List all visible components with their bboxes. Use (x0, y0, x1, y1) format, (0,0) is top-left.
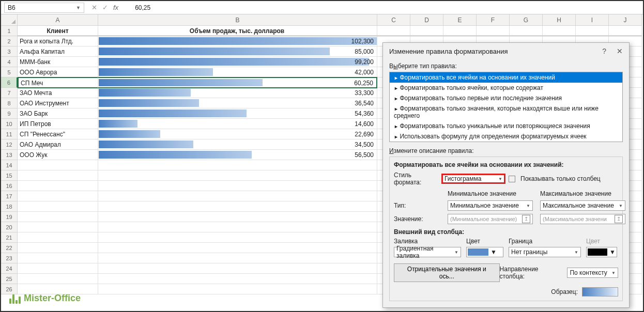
column-header-B[interactable]: B (98, 14, 377, 26)
row-header-3[interactable]: 3 (1, 46, 18, 57)
cell-B23[interactable] (98, 253, 377, 263)
cell-B5[interactable]: 42,000 (98, 67, 377, 77)
cell-H1[interactable] (543, 26, 576, 36)
row-header-12[interactable]: 12 (1, 139, 18, 150)
row-header-25[interactable]: 25 (1, 274, 18, 284)
select-all-corner[interactable] (1, 14, 18, 26)
cell-A19[interactable] (18, 212, 98, 222)
cell-G1[interactable] (510, 26, 543, 36)
cell-A14[interactable] (18, 160, 98, 170)
cell-B6[interactable]: 60,250 (98, 77, 377, 88)
row-header-4[interactable]: 4 (1, 57, 18, 67)
rule-type-item[interactable]: Форматировать только уникальные или повт… (390, 121, 622, 131)
bar-direction-combo[interactable]: По контексту▼ (567, 268, 618, 278)
cell-B13[interactable]: 56,500 (98, 150, 377, 160)
cell-A15[interactable] (18, 170, 98, 181)
row-header-13[interactable]: 13 (1, 150, 18, 160)
row-header-10[interactable]: 10 (1, 119, 18, 129)
cell-A13[interactable]: ООО Жук (18, 150, 98, 160)
border-type-combo[interactable]: Нет границы▼ (509, 247, 581, 257)
cell-F1[interactable] (477, 26, 510, 36)
cell-A8[interactable]: ОАО Инструмент (18, 98, 98, 108)
cell-B17[interactable] (98, 191, 377, 201)
cell-B12[interactable]: 34,500 (98, 139, 377, 150)
cell-I1[interactable] (576, 26, 609, 36)
row-header-2[interactable]: 2 (1, 36, 18, 46)
row-header-17[interactable]: 17 (1, 191, 18, 201)
format-style-combo[interactable]: Гистограмма▼ (441, 174, 505, 184)
row-header-9[interactable]: 9 (1, 108, 18, 119)
cell-B16[interactable] (98, 181, 377, 191)
rule-type-item[interactable]: Форматировать только значения, которые н… (390, 103, 622, 121)
row-header-5[interactable]: 5 (1, 67, 18, 77)
cancel-icon[interactable]: ✕ (91, 4, 97, 11)
row-header-24[interactable]: 24 (1, 263, 18, 274)
cell-B21[interactable] (98, 232, 377, 243)
rule-type-list[interactable]: Форматировать все ячейки на основании их… (389, 72, 623, 142)
cell-B4[interactable]: 99,200 (98, 57, 377, 67)
rule-type-item[interactable]: Форматировать все ячейки на основании их… (390, 72, 622, 83)
name-box[interactable]: B6 ▼ (4, 3, 84, 13)
column-header-D[interactable]: D (410, 14, 443, 26)
row-header-14[interactable]: 14 (1, 160, 18, 170)
cell-B10[interactable]: 14,600 (98, 119, 377, 129)
max-type-combo[interactable]: Максимальное значение▼ (540, 200, 625, 211)
cell-A12[interactable]: ОАО Адмирал (18, 139, 98, 150)
enter-icon[interactable]: ✓ (102, 4, 108, 11)
cell-B14[interactable] (98, 160, 377, 170)
cell-A16[interactable] (18, 181, 98, 191)
column-header-C[interactable]: C (377, 14, 410, 26)
cell-B2[interactable]: 102,300 (98, 36, 377, 46)
row-header-23[interactable]: 23 (1, 253, 18, 263)
row-header-20[interactable]: 20 (1, 222, 18, 232)
cell-B11[interactable]: 22,690 (98, 129, 377, 139)
help-icon[interactable]: ? (602, 47, 606, 55)
show-bar-only-checkbox[interactable] (509, 176, 515, 182)
name-box-dropdown-icon[interactable]: ▼ (76, 5, 81, 10)
cell-A17[interactable] (18, 191, 98, 201)
formula-bar-value[interactable]: 60,25 (131, 4, 150, 11)
row-header-11[interactable]: 11 (1, 129, 18, 139)
cell-A11[interactable]: СП "Ренессанс" (18, 129, 98, 139)
cell-A6[interactable]: СП Меч (18, 77, 98, 88)
cell-J1[interactable] (609, 26, 642, 36)
cell-B25[interactable] (98, 274, 377, 284)
border-color-picker[interactable]: ▼ (586, 247, 617, 257)
cell-E1[interactable] (443, 26, 477, 36)
column-header-J[interactable]: J (609, 14, 642, 26)
cell-D1[interactable] (410, 26, 443, 36)
column-header-I[interactable]: I (576, 14, 609, 26)
row-header-7[interactable]: 7 (1, 88, 18, 98)
row-header-16[interactable]: 16 (1, 181, 18, 191)
fx-icon[interactable]: fx (113, 4, 124, 11)
row-header-18[interactable]: 18 (1, 201, 18, 212)
cell-B7[interactable]: 33,300 (98, 88, 377, 98)
cell-A20[interactable] (18, 222, 98, 232)
cell-A24[interactable] (18, 263, 98, 274)
cell-A22[interactable] (18, 243, 98, 253)
cell-B19[interactable] (98, 212, 377, 222)
row-header-6[interactable]: 6 (1, 77, 18, 88)
cell-A4[interactable]: МММ-банк (18, 57, 98, 67)
cell-A21[interactable] (18, 232, 98, 243)
column-header-H[interactable]: H (543, 14, 576, 26)
row-header-22[interactable]: 22 (1, 243, 18, 253)
cell-A5[interactable]: ООО Аврора (18, 67, 98, 77)
row-header-21[interactable]: 21 (1, 232, 18, 243)
cell-B20[interactable] (98, 222, 377, 232)
rule-type-item[interactable]: Использовать формулу для определения фор… (390, 131, 622, 142)
rule-type-item[interactable]: Форматировать только первые или последни… (390, 93, 622, 103)
min-value-input[interactable]: (Минимальное значение)↥ (448, 214, 533, 224)
row-header-15[interactable]: 15 (1, 170, 18, 181)
cell-B1[interactable]: Объем продаж, тыс. долларов (98, 26, 377, 36)
cell-B26[interactable] (98, 284, 377, 294)
cell-B3[interactable]: 85,000 (98, 46, 377, 57)
column-header-E[interactable]: E (443, 14, 477, 26)
row-header-1[interactable]: 1 (1, 26, 18, 36)
row-header-8[interactable]: 8 (1, 98, 18, 108)
cell-A18[interactable] (18, 201, 98, 212)
max-value-input[interactable]: (Максимальное значени↥ (540, 214, 625, 224)
cell-A10[interactable]: ИП Петров (18, 119, 98, 129)
column-header-G[interactable]: G (510, 14, 543, 26)
min-type-combo[interactable]: Минимальное значение▼ (448, 200, 533, 211)
